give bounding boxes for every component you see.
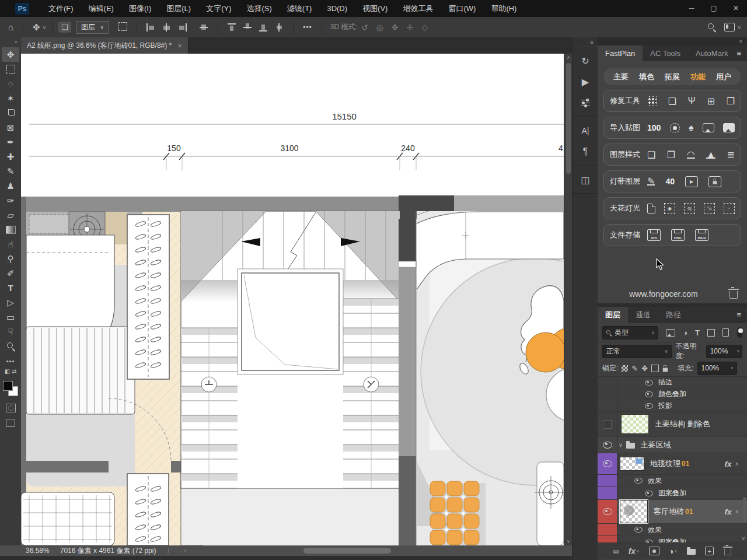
image-filled-icon[interactable] <box>723 123 735 132</box>
filter-shape-icon[interactable] <box>707 329 715 337</box>
menu-3d[interactable]: 3D(D) <box>319 0 355 17</box>
cactus-icon[interactable]: Ψ <box>688 96 696 106</box>
fill-value[interactable]: 100% <box>697 362 729 375</box>
quick-selection-tool[interactable]: ✶ <box>2 91 19 106</box>
dodge-tool[interactable]: ⚲ <box>2 251 19 266</box>
opacity-dropdown-icon[interactable]: ∨ <box>734 345 742 358</box>
3d-rotate-icon[interactable]: ↺ <box>357 23 372 32</box>
type-tool[interactable]: T <box>2 281 19 295</box>
effect-row-stroke[interactable]: 描边 <box>598 377 747 388</box>
status-chevron-icon[interactable]: 〉 <box>166 546 173 556</box>
pencil-tool[interactable]: ✎ <box>2 164 19 178</box>
distribute-middle-icon[interactable] <box>243 23 252 32</box>
history-panel-icon[interactable]: ↻ <box>573 50 598 71</box>
effect-row[interactable]: 效果 <box>598 524 747 536</box>
filter-type-icon[interactable]: T <box>695 328 700 337</box>
filter-adjustment-icon[interactable]: ◑ <box>683 328 687 337</box>
menu-filter[interactable]: 滤镜(T) <box>280 0 320 17</box>
visibility-eye-icon[interactable] <box>634 478 643 484</box>
edit-toolbar-icon[interactable]: ••• <box>2 354 19 368</box>
align-right-icon[interactable] <box>178 23 187 32</box>
maximize-button[interactable]: ▢ <box>703 0 725 17</box>
layer-style-fx-icon[interactable]: fx∨ <box>629 547 640 556</box>
grid-dots-icon[interactable] <box>647 96 657 106</box>
close-button[interactable]: ✕ <box>725 0 747 17</box>
align-middle-icon[interactable] <box>200 23 208 32</box>
scroll-left-icon[interactable]: ‹ <box>184 547 186 555</box>
stack-icon[interactable]: ≣ <box>727 149 735 160</box>
scroll-down-icon[interactable]: ∨ <box>564 539 573 544</box>
gradient-tool[interactable] <box>2 222 19 237</box>
layers-menu-icon[interactable]: ≡ <box>736 307 747 323</box>
texture-size-value[interactable]: 100 <box>647 123 661 132</box>
tab-automark[interactable]: AutoMark <box>688 46 736 61</box>
menu-select[interactable]: 选择(S) <box>239 0 279 17</box>
tab-paths[interactable]: 路径 <box>658 307 689 323</box>
expand-panels-icon[interactable]: « <box>573 37 598 47</box>
hand-tool[interactable]: ☟ <box>2 324 19 339</box>
visibility-eye-icon[interactable] <box>603 460 612 467</box>
transform-controls-icon[interactable] <box>115 22 131 33</box>
menu-type[interactable]: 文字(Y) <box>198 0 239 17</box>
patch-icon[interactable]: ❏ <box>668 96 676 107</box>
layer-thumbnail[interactable] <box>620 457 644 471</box>
style-square-icon[interactable]: ❑ <box>647 149 655 160</box>
group-row-main-area[interactable]: ∨ 主要区域 <box>598 437 747 453</box>
filter-pixel-icon[interactable] <box>666 329 675 337</box>
menu-help[interactable]: 帮助(H) <box>483 0 524 17</box>
file-icon[interactable] <box>647 204 655 214</box>
shape-tool[interactable]: ▭ <box>2 310 19 324</box>
subtab-function[interactable]: 功能 <box>690 72 706 82</box>
menu-edit[interactable]: 编辑(E) <box>81 0 121 17</box>
save-web-icon[interactable]: WEB <box>695 229 708 241</box>
lock-all-icon[interactable] <box>662 365 668 372</box>
link-layers-icon[interactable]: ∞ <box>613 547 619 556</box>
3d-roll-icon[interactable]: ◎ <box>372 23 388 32</box>
crop-tool[interactable] <box>2 106 19 120</box>
3d-scale-icon[interactable]: ◇ <box>417 23 432 32</box>
subtab-fill[interactable]: 填色 <box>639 72 654 82</box>
light-strip-value[interactable]: 40 <box>665 177 675 186</box>
visibility-eye-icon[interactable] <box>645 391 653 397</box>
fx-badge[interactable]: fx∧ <box>725 460 747 468</box>
chevron-down-icon[interactable]: ∨ <box>43 24 47 30</box>
frame-tool[interactable]: ⊠ <box>2 120 19 135</box>
vscroll-thumb[interactable] <box>566 63 571 174</box>
footer-url[interactable]: www.fongocer.com <box>598 289 729 299</box>
delete-layer-icon[interactable] <box>724 546 732 556</box>
color-swatches[interactable] <box>3 381 18 396</box>
canvas-vscrollbar[interactable]: ∧ ∨ <box>564 54 573 545</box>
subtab-extend[interactable]: 拓展 <box>665 72 680 82</box>
lasso-tool[interactable]: ◌ <box>2 76 19 91</box>
effect-row-drop-shadow[interactable]: 投影 <box>598 400 747 412</box>
layer-row-livingroom-tile-selected[interactable]: 客厅地砖01 fx∧ <box>598 500 747 524</box>
history-brush-tool[interactable]: ✑ <box>2 193 19 208</box>
eraser-tool[interactable]: ▱ <box>2 208 19 222</box>
3d-drag-icon[interactable]: ✥ <box>388 23 403 32</box>
opacity-value[interactable]: 100% <box>706 345 735 358</box>
layer-thumbnail-selected[interactable] <box>620 500 648 523</box>
minimize-button[interactable]: ─ <box>680 0 703 17</box>
lock-artboard-icon[interactable] <box>651 365 659 372</box>
move-tool[interactable]: ✥ <box>2 47 19 62</box>
patch-alt-icon[interactable]: ❐ <box>727 96 735 107</box>
swap-colors-icon[interactable]: ◧ ⇄ <box>5 368 17 377</box>
menu-plugins[interactable]: 增效工具 <box>395 0 441 17</box>
filter-toggle-switch[interactable] <box>737 327 742 338</box>
pencil-icon[interactable]: ✎ <box>647 178 655 186</box>
close-tab-icon[interactable]: × <box>177 41 182 50</box>
3d-slide-icon[interactable]: ✛ <box>403 23 418 32</box>
workspace-icon[interactable] <box>724 23 735 32</box>
zoom-tool[interactable] <box>2 339 19 354</box>
layers-scrollbar-thumb[interactable] <box>743 497 746 523</box>
visibility-eye-icon[interactable] <box>634 527 643 533</box>
image-icon[interactable] <box>703 123 714 132</box>
lock-icon[interactable] <box>708 176 721 187</box>
tab-layers[interactable]: 图层 <box>598 307 628 323</box>
menu-image[interactable]: 图像(I) <box>121 0 159 17</box>
screen-mode-icon[interactable] <box>2 415 19 430</box>
home-icon[interactable]: ⌂ <box>5 22 17 32</box>
tree-icon[interactable]: ♠ <box>689 123 694 133</box>
foreground-color-swatch[interactable] <box>3 381 13 391</box>
layer-filter-dropdown[interactable]: 类型 ∨ <box>602 326 658 340</box>
